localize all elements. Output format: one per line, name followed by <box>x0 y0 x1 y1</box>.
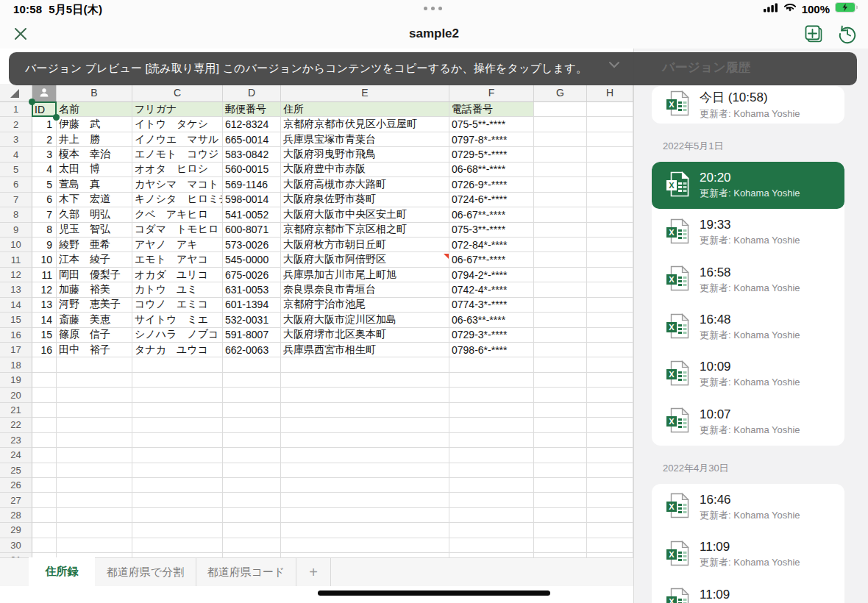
grid-cell[interactable] <box>534 538 587 553</box>
grid-cell[interactable]: 0742-4*-**** <box>449 282 534 297</box>
grid-cell[interactable]: 京都府京都市下京区相之町 <box>281 223 449 238</box>
grid-cell[interactable] <box>57 538 132 553</box>
grid-cell[interactable] <box>449 403 534 418</box>
row-header-15[interactable]: 15 <box>0 313 32 327</box>
grid-cell[interactable] <box>223 388 281 402</box>
row-header-9[interactable]: 9 <box>0 223 32 238</box>
grid-cell[interactable]: 662-0063 <box>223 343 281 357</box>
grid-cell[interactable]: イノウエ マサル <box>132 132 223 147</box>
save-copy-button[interactable] <box>800 24 827 46</box>
grid-cell[interactable]: 岡田 優梨子 <box>57 268 132 282</box>
grid-cell[interactable] <box>587 223 633 238</box>
grid-cell[interactable] <box>534 433 587 448</box>
grid-cell[interactable] <box>223 538 281 553</box>
grid-cell[interactable] <box>281 508 449 523</box>
grid-cell[interactable]: 9 <box>32 238 57 252</box>
grid-cell[interactable]: 3 <box>32 147 57 162</box>
grid-cell[interactable]: 兵庫県宝塚市青葉台 <box>281 132 449 147</box>
grid-cell[interactable] <box>587 357 633 372</box>
grid-cell[interactable] <box>32 388 57 402</box>
grid-cell[interactable] <box>534 357 587 372</box>
grid-cell[interactable]: オカダ ユリコ <box>132 268 223 282</box>
row-header-24[interactable]: 24 <box>0 448 32 463</box>
version-item[interactable]: X20:20更新者: Kohama Yoshie <box>652 162 844 209</box>
grid-cell[interactable]: 601-1394 <box>223 298 281 313</box>
row-header-7[interactable]: 7 <box>0 193 32 207</box>
row-header-20[interactable]: 20 <box>0 388 32 402</box>
grid-cell[interactable]: 1 <box>32 117 57 132</box>
grid-cell[interactable]: 612-8324 <box>223 117 281 132</box>
grid-cell[interactable]: コウノ エミコ <box>132 298 223 313</box>
grid-cell[interactable]: 太田 博 <box>57 163 132 177</box>
row-header-25[interactable]: 25 <box>0 463 32 478</box>
grid-cell[interactable] <box>132 418 223 432</box>
version-item[interactable]: X16:58更新者: Kohama Yoshie <box>652 257 844 304</box>
grid-cell[interactable]: 京都府宇治市池尾 <box>281 298 449 313</box>
selection-handle-top-left[interactable] <box>29 99 35 105</box>
grid-cell[interactable]: 075-5**-**** <box>449 117 534 132</box>
grid-cell[interactable] <box>449 508 534 523</box>
grid-cell[interactable] <box>587 313 633 327</box>
grid-cell[interactable] <box>32 508 57 523</box>
grid-cell[interactable] <box>281 478 449 493</box>
grid-cell[interactable]: 675-0026 <box>223 268 281 282</box>
grid-cell[interactable] <box>587 147 633 162</box>
grid-cell[interactable] <box>587 448 633 463</box>
grid-cell[interactable] <box>587 538 633 553</box>
grid-cell[interactable] <box>449 448 534 463</box>
row-header-10[interactable]: 10 <box>0 238 32 252</box>
grid-cell[interactable] <box>281 463 449 478</box>
grid-cell[interactable]: タナカ ユウコ <box>132 343 223 357</box>
grid-cell[interactable] <box>587 328 633 343</box>
grid-cell[interactable]: 電話番号 <box>449 102 534 117</box>
grid-cell[interactable]: イトウ タケシ <box>132 117 223 132</box>
grid-cell[interactable] <box>57 448 132 463</box>
grid-cell[interactable]: 奈良県奈良市青垣台 <box>281 282 449 297</box>
grid-cell[interactable] <box>534 343 587 357</box>
grid-cell[interactable] <box>223 508 281 523</box>
row-header-17[interactable]: 17 <box>0 343 32 357</box>
grid-cell[interactable]: サイトウ ミエ <box>132 313 223 327</box>
grid-cell[interactable]: 15 <box>32 328 57 343</box>
grid-cell[interactable]: 大阪府大阪市阿倍野区 <box>281 252 449 267</box>
grid-cell[interactable] <box>132 523 223 538</box>
grid-cell[interactable]: 綾野 亜希 <box>57 238 132 252</box>
version-item[interactable]: X今日 (10:58)更新者: Kohama Yoshie <box>652 86 844 124</box>
grid-cell[interactable]: 4 <box>32 163 57 177</box>
grid-cell[interactable]: 06-63**-**** <box>449 313 534 327</box>
grid-cell[interactable]: キノシタ ヒロミチ <box>132 193 223 207</box>
grid-cell[interactable] <box>132 463 223 478</box>
grid-cell[interactable]: 541-0052 <box>223 207 281 222</box>
grid-cell[interactable] <box>57 357 132 372</box>
version-item[interactable]: X19:33更新者: Kohama Yoshie <box>652 209 844 256</box>
grid-cell[interactable]: 木下 宏道 <box>57 193 132 207</box>
row-header-1[interactable]: 1 <box>0 102 32 117</box>
grid-cell[interactable] <box>132 448 223 463</box>
grid-cell[interactable] <box>281 448 449 463</box>
row-header-2[interactable]: 2 <box>0 117 32 132</box>
grid-cell[interactable] <box>449 463 534 478</box>
row-header-27[interactable]: 27 <box>0 493 32 507</box>
grid-cell[interactable]: 兵庫県加古川市尾上町旭 <box>281 268 449 282</box>
grid-cell[interactable]: 河野 恵美子 <box>57 298 132 313</box>
version-item[interactable]: X11:09更新者: Kohama Yoshie <box>652 531 844 578</box>
grid-cell[interactable] <box>57 388 132 402</box>
grid-cell[interactable]: 545-0000 <box>223 252 281 267</box>
sheet-tab-juushoroku[interactable]: 住所録 <box>29 557 95 586</box>
grid-cell[interactable]: 篠原 信子 <box>57 328 132 343</box>
grid-cell[interactable] <box>534 373 587 388</box>
column-header-C[interactable]: C <box>132 84 223 102</box>
grid-cell[interactable] <box>587 373 633 388</box>
grid-cell[interactable]: コダマ トモヒロ <box>132 223 223 238</box>
grid-cell[interactable] <box>281 403 449 418</box>
grid-cell[interactable]: 大阪府高槻市赤大路町 <box>281 177 449 192</box>
grid-cell[interactable]: 0724-6*-**** <box>449 193 534 207</box>
grid-cell[interactable] <box>534 493 587 507</box>
grid-cell[interactable]: 名前 <box>57 102 132 117</box>
row-header-28[interactable]: 28 <box>0 508 32 523</box>
grid-cell[interactable]: 06-67**-**** <box>449 252 534 267</box>
row-header-21[interactable]: 21 <box>0 403 32 418</box>
grid-cell[interactable] <box>587 463 633 478</box>
row-header-18[interactable]: 18 <box>0 357 32 372</box>
grid-cell[interactable]: 591-8007 <box>223 328 281 343</box>
